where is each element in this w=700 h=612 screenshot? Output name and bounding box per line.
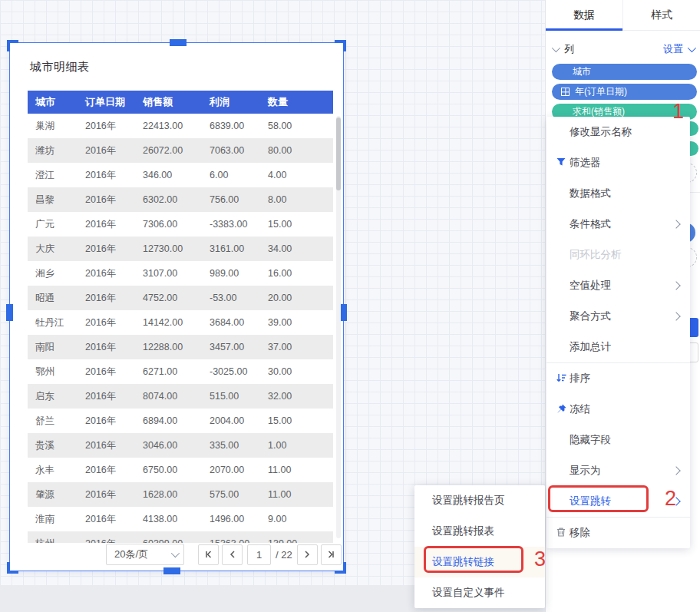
table-row[interactable]: 鄂州2016年6271.00-3025.0030.00 (28, 359, 333, 384)
table-row[interactable]: 广元2016年7306.00-3383.0015.00 (28, 212, 333, 237)
pagination-bar: 20条/页 / 22 (106, 544, 342, 565)
table-cell: 2016年 (78, 409, 135, 433)
submenu-item-custom-event[interactable]: 设置自定义事件 (414, 577, 545, 608)
table-cell: 58.00 (260, 114, 333, 138)
table-row[interactable]: 淮南2016年4138.001496.009.00 (28, 507, 333, 531)
table-cell: 80.00 (260, 138, 333, 163)
table-row[interactable]: 昭通2016年4752.00-53.0020.00 (28, 286, 333, 310)
menu-item-hide-field[interactable]: 隐藏字段 (546, 425, 690, 455)
last-page-button[interactable] (321, 544, 342, 565)
column-header[interactable]: 城市 (28, 91, 78, 114)
menu-item-freeze[interactable]: 冻结 (546, 394, 690, 425)
table-cell: 淮南 (28, 507, 78, 531)
table-row[interactable]: 舒兰2016年6894.002004.0015.00 (28, 409, 333, 433)
sort-icon (556, 372, 568, 385)
table-cell: 3161.00 (202, 237, 260, 261)
table-row[interactable]: 昌黎2016年6302.00756.008.00 (28, 187, 333, 212)
table-row[interactable]: 永丰2016年6750.002070.0011.00 (28, 458, 333, 482)
menu-item-null-handling[interactable]: 空值处理 (546, 270, 690, 301)
table-cell: 60399.00 (135, 531, 202, 543)
menu-item-conditional-format[interactable]: 条件格式 (546, 209, 690, 240)
scrollbar-thumb[interactable] (336, 117, 341, 190)
chevron-down-icon (171, 549, 180, 557)
page-number-input[interactable] (247, 544, 271, 565)
table-cell: 22413.00 (135, 114, 202, 138)
table-row[interactable]: 澄江2016年346.006.004.00 (28, 163, 333, 187)
table-row[interactable]: 大庆2016年12730.003161.0034.00 (28, 237, 333, 261)
submenu-item-jump-link[interactable]: 设置跳转链接 (414, 547, 545, 577)
next-page-button[interactable] (297, 544, 318, 565)
table-widget[interactable]: 城市明细表 城市订单日期销售额利润数量 巢湖2016年22413.006839.… (9, 42, 344, 571)
prev-page-button[interactable] (222, 544, 243, 565)
submenu-item-jump-report-page[interactable]: 设置跳转报告页 (414, 485, 545, 516)
selection-handle-left[interactable] (6, 304, 13, 321)
columns-section-label: 列 (564, 42, 574, 56)
table-cell: 3684.00 (202, 310, 260, 335)
chevron-right-icon (672, 281, 680, 289)
table-cell: -3025.00 (202, 359, 260, 384)
table-row[interactable]: 牡丹江2016年14142.003684.0039.00 (28, 310, 333, 335)
menu-item-filter[interactable]: 筛选器 (546, 147, 690, 178)
submenu-item-label: 设置自定义事件 (432, 586, 505, 600)
table-cell: 4752.00 (135, 286, 202, 310)
selection-corner-bottom-left[interactable] (7, 562, 18, 574)
table-row[interactable]: 肇源2016年1628.00575.0011.00 (28, 482, 333, 507)
table-row[interactable]: 湘乡2016年3107.00989.0016.00 (28, 261, 333, 286)
menu-item-sort[interactable]: 排序 (546, 363, 690, 394)
chevron-right-icon (672, 312, 680, 320)
table-cell: 32.00 (260, 384, 333, 409)
table-row[interactable]: 潍坊2016年26072.007063.0080.00 (28, 138, 333, 163)
first-page-icon (203, 549, 214, 560)
menu-item-add-total[interactable]: 添加总计 (546, 332, 690, 362)
table-cell: 2016年 (78, 482, 135, 507)
menu-item-data-format[interactable]: 数据格式 (546, 178, 690, 209)
bi-editor: 城市明细表 城市订单日期销售额利润数量 巢湖2016年22413.006839.… (0, 0, 700, 612)
filter-icon (556, 157, 568, 169)
field-pill-label: 年(订单日期) (575, 85, 627, 98)
column-header[interactable]: 数量 (260, 91, 333, 114)
table-cell: 启东 (28, 384, 78, 409)
table-row[interactable]: 巢湖2016年22413.006839.0058.00 (28, 114, 333, 138)
table-row[interactable]: 南阳2016年12288.003457.0037.00 (28, 335, 333, 359)
menu-item-aggregation[interactable]: 聚合方式 (546, 301, 690, 332)
table-cell: 6839.00 (202, 114, 260, 138)
menu-item-show-as[interactable]: 显示为 (546, 455, 690, 486)
table-cell: 14142.00 (135, 310, 202, 335)
table-cell: 34.00 (260, 237, 333, 261)
column-header[interactable]: 销售额 (135, 91, 202, 114)
table-cell: 16.00 (260, 261, 333, 286)
table-cell: 广元 (28, 212, 78, 237)
submenu-item-label: 设置跳转报表 (432, 524, 494, 538)
menu-item-remove[interactable]: 移除 (546, 518, 690, 548)
settings-link[interactable]: 设置 (663, 42, 694, 56)
submenu-item-jump-report[interactable]: 设置跳转报表 (414, 516, 545, 547)
menu-item-label: 添加总计 (570, 340, 611, 354)
table-row[interactable]: 杭州2016年60399.0015363.00139.00 (28, 531, 333, 543)
first-page-button[interactable] (198, 544, 219, 565)
selection-handle-right[interactable] (340, 304, 347, 321)
table-scrollbar[interactable] (336, 116, 341, 538)
table-cell: 12288.00 (135, 335, 202, 359)
menu-item-set-jump[interactable]: 设置跳转 (546, 486, 690, 517)
table-row[interactable]: 贵溪2016年3046.00335.001.00 (28, 433, 333, 458)
field-pill-city[interactable]: 城市 (552, 64, 697, 80)
collapse-chevron-icon[interactable] (552, 44, 560, 52)
selection-handle-bottom[interactable] (163, 567, 180, 574)
table-cell: 346.00 (135, 163, 202, 187)
column-header[interactable]: 利润 (202, 91, 260, 114)
page-size-select[interactable]: 20条/页 (106, 544, 184, 565)
menu-item-label: 空值处理 (570, 279, 611, 293)
field-pill-year-order-date[interactable]: 年(订单日期) (552, 84, 697, 100)
table-cell: 鄂州 (28, 359, 78, 384)
table-cell: 515.00 (202, 384, 260, 409)
tab-style[interactable]: 样式 (622, 0, 700, 30)
selection-corner-top-left[interactable] (7, 40, 18, 51)
menu-item-rename-display[interactable]: 修改显示名称 (546, 117, 690, 147)
selection-handle-top[interactable] (170, 39, 187, 46)
table-cell: 贵溪 (28, 433, 78, 458)
tab-data[interactable]: 数据 (546, 0, 622, 30)
selection-corner-top-right[interactable] (335, 40, 346, 51)
table-row[interactable]: 启东2016年8074.00515.0032.00 (28, 384, 333, 409)
menu-item-label: 筛选器 (570, 156, 601, 170)
column-header[interactable]: 订单日期 (78, 91, 135, 114)
